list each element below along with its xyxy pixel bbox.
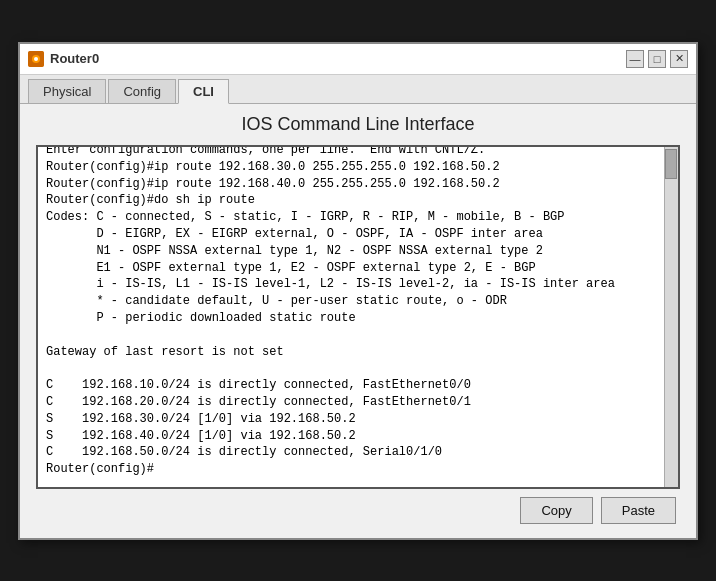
terminal-wrapper: Router>en Router#conf t Enter configurat… xyxy=(36,145,680,489)
paste-button[interactable]: Paste xyxy=(601,497,676,524)
window-title: Router0 xyxy=(50,51,99,66)
section-title: IOS Command Line Interface xyxy=(36,114,680,135)
title-bar-left: Router0 xyxy=(28,51,99,67)
tab-bar: Physical Config CLI xyxy=(20,75,696,104)
tab-physical[interactable]: Physical xyxy=(28,79,106,103)
app-icon xyxy=(28,51,44,67)
title-controls: — □ ✕ xyxy=(626,50,688,68)
title-bar: Router0 — □ ✕ xyxy=(20,44,696,75)
close-button[interactable]: ✕ xyxy=(670,50,688,68)
main-window: Router0 — □ ✕ Physical Config CLI IOS Co… xyxy=(18,42,698,540)
terminal-output[interactable]: Router>en Router#conf t Enter configurat… xyxy=(38,147,678,487)
scrollbar-track[interactable] xyxy=(664,147,678,487)
svg-point-2 xyxy=(34,57,38,61)
copy-button[interactable]: Copy xyxy=(520,497,592,524)
tab-cli[interactable]: CLI xyxy=(178,79,229,104)
main-content: IOS Command Line Interface Router>en Rou… xyxy=(20,104,696,538)
minimize-button[interactable]: — xyxy=(626,50,644,68)
maximize-button[interactable]: □ xyxy=(648,50,666,68)
scrollbar-thumb[interactable] xyxy=(665,149,677,179)
button-bar: Copy Paste xyxy=(36,489,680,528)
tab-config[interactable]: Config xyxy=(108,79,176,103)
